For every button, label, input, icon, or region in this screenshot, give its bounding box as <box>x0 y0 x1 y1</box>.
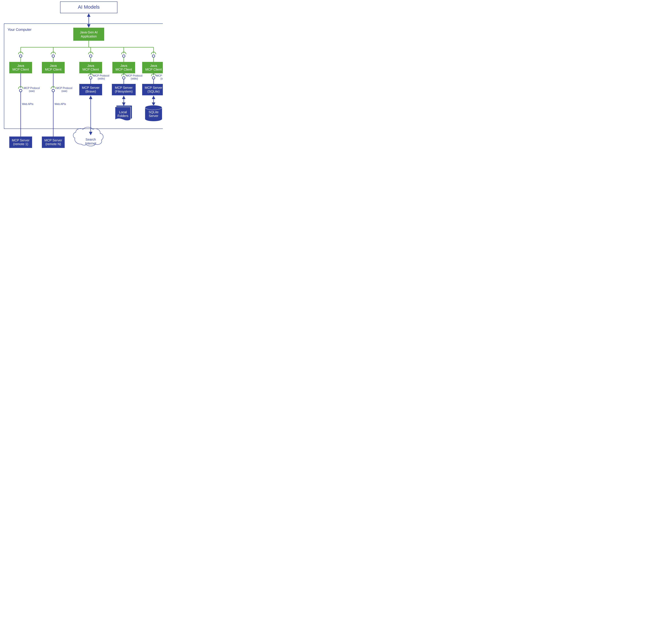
server-brave: MCP Server (Brave) <box>79 84 102 95</box>
svg-text:(SQLite): (SQLite) <box>147 90 160 93</box>
svg-text:Folders: Folders <box>118 114 128 118</box>
web-apis-label-2: Web APIs <box>54 102 66 106</box>
svg-text:MCP Protocol: MCP Protocol <box>24 87 40 89</box>
server-filesystem: MCP Server (Filesystem) <box>112 84 136 95</box>
col-1: Java MCP Client MCP Protocol (sse) Web A… <box>9 47 40 148</box>
svg-text:(Brave): (Brave) <box>85 90 96 93</box>
diagram-root: AI Models Your Computer Java Gen AI Appl… <box>0 0 163 160</box>
svg-text:Server: Server <box>149 114 159 118</box>
server-remote1: MCP Server (remote 1) <box>9 137 32 148</box>
svg-text:(sse): (sse) <box>62 90 67 92</box>
svg-point-69 <box>152 55 155 58</box>
svg-point-58 <box>122 76 125 79</box>
svg-text:MCP Server: MCP Server <box>12 138 30 142</box>
client-box-4: Java MCP Client <box>112 62 135 73</box>
svg-text:Java: Java <box>50 64 57 67</box>
svg-text:Java: Java <box>87 64 94 67</box>
client-box-3: Java MCP Client <box>79 62 102 73</box>
svg-text:MCP Server: MCP Server <box>44 138 62 142</box>
svg-text:(Filesystem): (Filesystem) <box>115 90 133 93</box>
svg-text:(sse): (sse) <box>29 90 35 92</box>
svg-point-7 <box>19 55 22 58</box>
svg-text:MCP Protocol: MCP Protocol <box>56 87 72 89</box>
svg-text:MCP Server: MCP Server <box>145 86 163 89</box>
svg-text:SQLite: SQLite <box>148 110 159 114</box>
svg-text:Internet: Internet <box>85 142 96 145</box>
svg-text:MCP Protocol: MCP Protocol <box>156 74 163 77</box>
your-computer-label: Your Computer <box>7 27 31 31</box>
svg-text:MCP Protocol: MCP Protocol <box>93 74 109 77</box>
col-5: Java MCP Client MCP Protocol (stdio) MCP… <box>142 47 163 121</box>
svg-text:Search: Search <box>86 138 96 141</box>
sqlite-db-cylinder: SQLite Server <box>145 105 162 121</box>
local-folders-shape: Local Folders <box>115 106 132 120</box>
svg-text:(remote 1): (remote 1) <box>13 142 28 146</box>
col-4: Java MCP Client MCP Protocol (stdio) MCP… <box>112 47 142 120</box>
svg-text:Java: Java <box>120 64 127 67</box>
svg-text:Java: Java <box>150 64 157 67</box>
cloud-search-internet: Search Internet <box>73 127 103 146</box>
svg-point-75 <box>152 76 155 79</box>
svg-text:(remote N): (remote N) <box>45 142 61 146</box>
svg-rect-1 <box>73 28 104 41</box>
svg-text:MCP Server: MCP Server <box>82 86 100 89</box>
col-2: Java MCP Client MCP Protocol (sse) Web A… <box>42 47 72 148</box>
svg-point-41 <box>89 76 92 79</box>
ai-models-box: AI Models <box>60 2 117 13</box>
genai-app-box: Java Gen AI Application <box>73 28 104 41</box>
svg-text:MCP Protocol: MCP Protocol <box>126 74 142 77</box>
web-apis-label-1: Web APIs <box>22 102 33 106</box>
svg-text:(stdio): (stdio) <box>98 77 105 80</box>
svg-text:(stdio): (stdio) <box>161 77 163 80</box>
client-box-5: Java MCP Client <box>142 62 163 73</box>
col-3: Java MCP Client MCP Protocol (stdio) MCP… <box>73 47 109 146</box>
svg-text:MCP Client: MCP Client <box>145 68 162 71</box>
client-box-2: Java MCP Client <box>42 62 65 73</box>
ai-models-label: AI Models <box>78 4 99 9</box>
server-remoteN: MCP Server (remote N) <box>42 137 65 148</box>
svg-point-21 <box>52 55 54 58</box>
client-box-1: Java MCP Client <box>9 62 32 73</box>
svg-text:Application: Application <box>81 34 97 38</box>
server-sqlite: MCP Server (SQLite) <box>142 84 163 95</box>
svg-text:MCP Client: MCP Client <box>45 68 62 71</box>
svg-text:MCP Client: MCP Client <box>13 68 29 71</box>
svg-text:Local: Local <box>119 110 127 114</box>
svg-point-27 <box>52 89 54 92</box>
svg-text:MCP Server: MCP Server <box>115 86 133 89</box>
svg-text:MCP Client: MCP Client <box>116 68 132 71</box>
svg-text:MCP Client: MCP Client <box>83 68 99 71</box>
svg-point-13 <box>19 89 22 92</box>
svg-text:Java: Java <box>17 64 24 67</box>
svg-point-52 <box>122 55 125 58</box>
fanout-connector <box>21 41 154 47</box>
svg-text:Java Gen AI: Java Gen AI <box>80 30 98 34</box>
svg-text:(stdio): (stdio) <box>131 77 138 80</box>
svg-point-35 <box>89 55 92 58</box>
